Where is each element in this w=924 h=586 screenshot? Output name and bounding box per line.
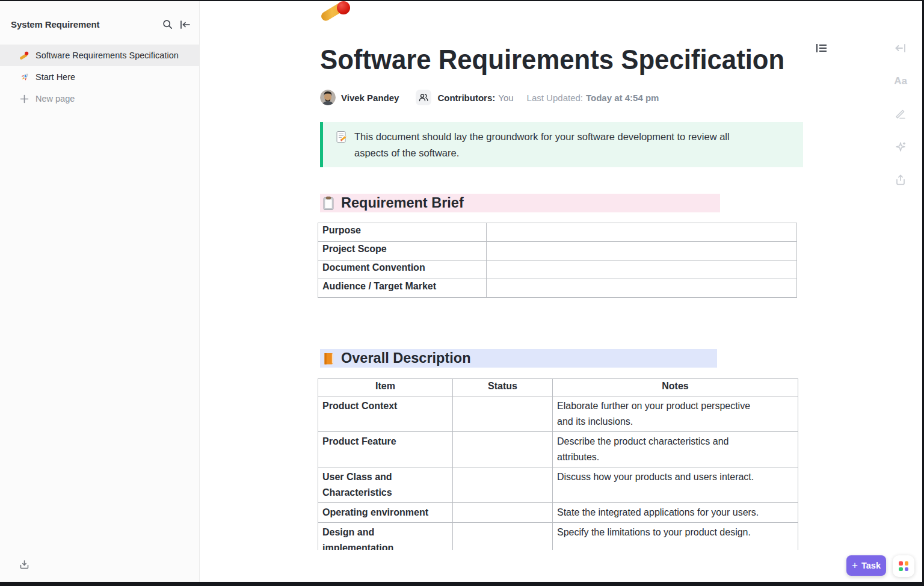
window-edge-bottom <box>0 582 924 586</box>
sidebar-item-label: Software Requirements Specification <box>35 51 179 60</box>
avatar[interactable] <box>320 90 336 105</box>
doc-meta-row: Vivek Pandey Contributors: You Last Upda… <box>320 89 659 106</box>
right-toolbar: Aa <box>894 42 907 186</box>
table-row: Purpose <box>318 223 797 242</box>
sidebar-item-label: Start Here <box>35 72 75 82</box>
contributors-icon <box>416 90 431 105</box>
sidebar-header: System Requirement <box>11 19 191 29</box>
empty-cell[interactable] <box>487 261 797 279</box>
apps-launcher-button[interactable] <box>893 555 914 577</box>
sidebar: System Requirement Software Requirements… <box>0 1 200 582</box>
outline-icon[interactable] <box>815 42 828 55</box>
plus-icon: + <box>852 560 858 572</box>
table-row: Product FeatureDescribe the product char… <box>318 432 798 467</box>
table-row: Operating environmentState the integrate… <box>318 503 798 523</box>
overall-description-table: Item Status Notes Product ContextElabora… <box>318 378 798 565</box>
callout-text: This document should lay the groundwork … <box>354 129 751 161</box>
empty-cell[interactable] <box>487 223 797 242</box>
sparkle-settings-icon[interactable] <box>895 141 907 153</box>
orange-book-icon <box>321 351 336 366</box>
collapse-sidebar-icon[interactable] <box>180 20 191 29</box>
table-row: Project Scope <box>318 242 797 261</box>
section-title: Requirement Brief <box>341 195 464 211</box>
cricket-bat-icon <box>19 51 29 61</box>
callout-banner[interactable]: This document should lay the groundwork … <box>320 122 803 167</box>
memo-icon <box>335 131 348 143</box>
new-page-label: New page <box>35 94 75 103</box>
table-row: Product ContextElaborate further on your… <box>318 396 798 432</box>
bottom-fade <box>200 550 922 582</box>
sidebar-item-srs[interactable]: Software Requirements Specification <box>0 45 199 66</box>
contributors-value[interactable]: You <box>498 93 513 103</box>
empty-cell[interactable] <box>487 279 797 298</box>
table-row: Document Convention <box>318 261 797 279</box>
last-updated-label: Last Updated: <box>527 93 583 103</box>
pen-icon[interactable] <box>895 108 907 120</box>
page-title[interactable]: Software Requirements Specification <box>320 43 880 76</box>
section-title: Overall Description <box>341 350 471 366</box>
rocket-icon <box>19 72 29 82</box>
section-overall-description: Overall Description <box>320 349 717 368</box>
page-emoji-cricket[interactable] <box>319 1 353 22</box>
document-canvas: Software Requirements Specification Vive… <box>200 1 922 582</box>
empty-cell[interactable] <box>487 242 797 261</box>
contributors-label: Contributors: <box>437 93 495 103</box>
add-task-button[interactable]: + Task <box>846 555 886 576</box>
search-icon[interactable] <box>162 19 173 29</box>
font-settings-icon[interactable]: Aa <box>894 75 907 87</box>
share-icon[interactable] <box>895 174 907 186</box>
requirement-brief-table: Purpose Project Scope Document Conventio… <box>318 223 797 298</box>
download-icon[interactable] <box>19 560 29 570</box>
table-header-row: Item Status Notes <box>318 379 798 396</box>
clickup-doc-app: System Requirement Software Requirements… <box>0 0 924 586</box>
table-row: Audience / Target Market <box>318 279 797 298</box>
sidebar-title: System Requirement <box>11 19 99 29</box>
apps-grid-icon <box>899 561 908 571</box>
clipboard-icon <box>321 196 336 211</box>
window-edge-top <box>0 0 924 1</box>
sidebar-item-start-here[interactable]: Start Here <box>0 66 199 88</box>
last-updated-value: Today at 4:54 pm <box>586 93 659 103</box>
plus-icon <box>19 94 29 104</box>
section-requirement-brief: Requirement Brief <box>320 194 720 212</box>
collapse-panel-icon[interactable] <box>895 42 907 54</box>
author-name[interactable]: Vivek Pandey <box>341 93 399 103</box>
table-row: User Class and CharacteristicsDiscuss ho… <box>318 467 798 503</box>
new-page-button[interactable]: New page <box>0 88 199 109</box>
